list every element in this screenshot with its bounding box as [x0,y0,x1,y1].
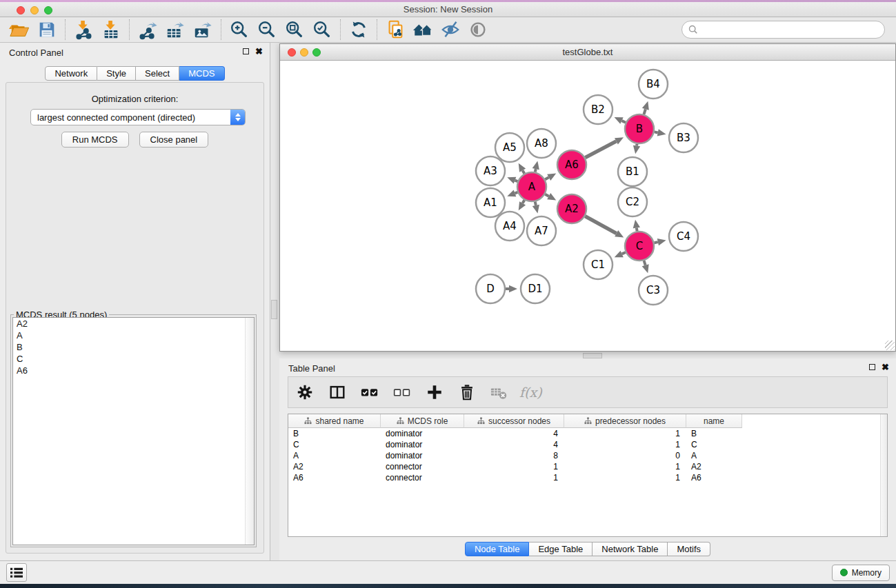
zoom-in-button[interactable] [226,19,253,41]
open-session-button[interactable] [6,19,33,41]
table-cell[interactable]: dominator [381,428,464,439]
table-cell[interactable]: 0 [564,450,686,461]
table-row[interactable]: A2connector11A2 [288,461,887,472]
network-from-file-button[interactable] [381,19,409,41]
graph-edge-A-A3[interactable] [507,177,517,184]
graph-node-A1[interactable]: A1 [476,188,505,217]
horizontal-splitter-handle[interactable] [583,353,602,358]
minimize-window-button[interactable] [30,6,39,14]
graph-node-C4[interactable]: C4 [669,222,698,251]
column-header-name[interactable]: name [686,414,742,428]
table-row[interactable]: A6connector11A6 [288,472,887,483]
graph-edge-D-D1[interactable] [506,285,517,292]
column-header-successor-nodes[interactable]: successor nodes [464,414,564,428]
close-network-button[interactable] [288,48,296,57]
graph-edge-C-C4[interactable] [654,239,666,245]
graph-edge-A-A8[interactable] [532,161,539,172]
graph-edge-A-A5[interactable] [519,163,526,174]
search-input[interactable] [701,25,878,35]
table-cell[interactable]: dominator [381,439,464,450]
export-image-button[interactable] [189,19,217,41]
node-table[interactable]: shared nameMCDS rolesuccessor nodesprede… [288,414,888,537]
mcds-result-item[interactable]: B [13,341,254,353]
table-cell[interactable]: 1 [564,428,686,439]
resize-grip-icon[interactable] [885,341,895,350]
graph-node-A2[interactable]: A2 [557,194,586,223]
add-column-button[interactable] [422,380,447,405]
graph-node-A8[interactable]: A8 [527,129,556,158]
criterion-dropdown[interactable]: largest connected component (directed) [30,109,246,125]
table-row[interactable]: Bdominator41B [288,428,887,439]
graph-node-B[interactable]: B [625,114,654,143]
graph-node-A5[interactable]: A5 [495,133,524,162]
tab-mcds[interactable]: MCDS [179,66,224,81]
import-table-button[interactable] [97,19,125,41]
table-cell[interactable]: 1 [464,461,564,472]
zoom-window-button[interactable] [44,6,52,14]
scrollbar-track[interactable] [245,318,254,545]
graph-node-D[interactable]: D [476,274,505,303]
export-table-button[interactable] [161,19,189,41]
graph-node-C[interactable]: C [625,232,654,261]
graph-node-C3[interactable]: C3 [639,276,668,305]
graph-node-A7[interactable]: A7 [527,216,556,245]
refresh-button[interactable] [345,19,372,41]
table-cell[interactable]: 8 [464,450,564,461]
zoom-selected-button[interactable] [308,19,336,41]
graph-edge-C-C1[interactable] [615,251,626,258]
import-network-button[interactable] [70,19,97,41]
zoom-out-button[interactable] [253,19,281,41]
close-panel-icon[interactable]: ✖ [255,48,263,55]
home-button[interactable] [409,19,437,41]
table-cell[interactable]: 1 [464,472,564,483]
table-cell[interactable]: A2 [288,461,381,472]
graph-edge-C-C2[interactable] [633,220,640,232]
destroy-table-button[interactable] [487,380,512,405]
delete-column-button[interactable] [455,380,479,405]
minimize-network-button[interactable] [300,48,308,57]
network-graph[interactable]: B4B2BB3A5A8A6B1A3AA1C2A2A4A7C4CC1C3DD1 [280,61,895,351]
table-cell[interactable]: C [686,439,742,450]
float-table-panel-icon[interactable] [869,364,875,370]
table-cell[interactable]: B [288,428,381,439]
close-table-panel-icon[interactable]: ✖ [882,363,889,371]
table-cell[interactable]: A6 [288,472,381,483]
table-cell[interactable]: A2 [686,461,742,472]
table-scrollbar-track[interactable] [880,414,887,536]
column-header-MCDS-role[interactable]: MCDS role [381,414,464,428]
show-eye-button[interactable] [464,19,492,41]
graph-node-A4[interactable]: A4 [495,212,524,241]
table-cell[interactable]: B [686,428,742,439]
table-cell[interactable]: A6 [686,472,742,483]
table-row[interactable]: Cdominator41C [288,439,887,450]
table-cell[interactable]: C [288,439,381,450]
function-builder-button[interactable]: f(x) [519,380,542,405]
graph-edge-A-A4[interactable] [519,200,526,210]
float-panel-icon[interactable] [243,48,249,54]
column-header-predecessor-nodes[interactable]: predecessor nodes [564,414,686,428]
graph-edge-A2-C[interactable] [585,216,624,238]
select-all-button[interactable] [357,380,382,405]
table-settings-button[interactable] [292,380,317,405]
tab-network[interactable]: Network [45,66,97,81]
save-session-button[interactable] [33,19,61,41]
show-column-button[interactable] [325,380,350,405]
graph-node-A[interactable]: A [517,172,546,201]
mcds-result-item[interactable]: A [13,330,254,341]
tab-style[interactable]: Style [97,66,136,81]
task-history-button[interactable] [6,563,27,582]
table-cell[interactable]: A [686,450,742,461]
table-cell[interactable]: 4 [464,428,564,439]
tab-node-table[interactable]: Node Table [465,542,530,556]
graph-node-B4[interactable]: B4 [639,70,668,99]
graph-edge-A-A6[interactable] [545,174,556,181]
table-cell[interactable]: 1 [564,439,686,450]
graph-node-B3[interactable]: B3 [669,123,698,152]
table-row[interactable]: Adominator80A [288,450,887,461]
tab-motifs[interactable]: Motifs [668,542,710,556]
vertical-splitter-handle[interactable] [271,300,277,319]
network-canvas[interactable]: B4B2BB3A5A8A6B1A3AA1C2A2A4A7C4CC1C3DD1 [280,61,895,351]
deselect-all-button[interactable] [390,380,415,405]
close-panel-button[interactable]: Close panel [139,132,209,148]
table-cell[interactable]: 4 [464,439,564,450]
